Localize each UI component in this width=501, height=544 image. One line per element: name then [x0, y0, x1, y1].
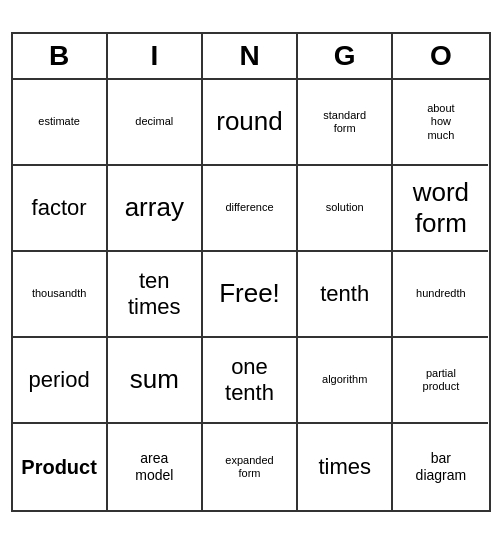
cell-16: sum — [108, 338, 203, 424]
header-B: B — [13, 34, 108, 78]
cell-24: bar diagram — [393, 424, 488, 510]
cell-4: about how much — [393, 80, 488, 166]
cell-3: standard form — [298, 80, 393, 166]
header-N: N — [203, 34, 298, 78]
header-row: BINGO — [13, 34, 489, 80]
cell-13: tenth — [298, 252, 393, 338]
cell-23: times — [298, 424, 393, 510]
cell-19: partial product — [393, 338, 488, 424]
cell-11: ten times — [108, 252, 203, 338]
cell-5: factor — [13, 166, 108, 252]
cell-6: array — [108, 166, 203, 252]
cell-15: period — [13, 338, 108, 424]
cell-9: word form — [393, 166, 488, 252]
cell-1: decimal — [108, 80, 203, 166]
bingo-card: BINGO estimatedecimalroundstandard forma… — [11, 32, 491, 512]
cell-8: solution — [298, 166, 393, 252]
cell-21: area model — [108, 424, 203, 510]
cell-18: algorithm — [298, 338, 393, 424]
cell-20: Product — [13, 424, 108, 510]
cell-14: hundredth — [393, 252, 488, 338]
header-I: I — [108, 34, 203, 78]
header-O: O — [393, 34, 488, 78]
cell-2: round — [203, 80, 298, 166]
cell-0: estimate — [13, 80, 108, 166]
bingo-grid: estimatedecimalroundstandard formabout h… — [13, 80, 489, 510]
cell-10: thousandth — [13, 252, 108, 338]
header-G: G — [298, 34, 393, 78]
cell-7: difference — [203, 166, 298, 252]
cell-17: one tenth — [203, 338, 298, 424]
cell-22: expanded form — [203, 424, 298, 510]
cell-12: Free! — [203, 252, 298, 338]
